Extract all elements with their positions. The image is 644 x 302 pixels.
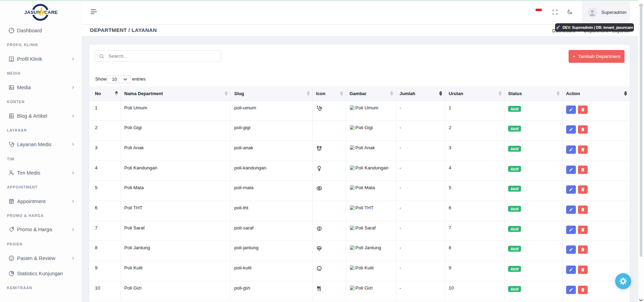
- svg-text:CARE: CARE: [44, 10, 58, 15]
